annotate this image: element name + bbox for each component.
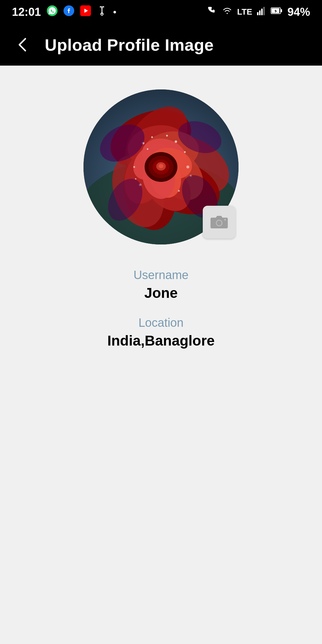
wifi-icon <box>222 6 232 18</box>
svg-rect-6 <box>103 6 104 7</box>
phone-lte-icon <box>207 6 217 18</box>
page-title: Upload Profile Image <box>45 35 214 55</box>
username-value: Jone <box>144 285 178 301</box>
location-label: Location <box>138 316 183 329</box>
main-content: Username Jone Location India,Banaglore <box>0 66 322 364</box>
svg-rect-5 <box>100 6 101 7</box>
usb-icon <box>97 6 107 18</box>
notification-dot: • <box>113 7 116 18</box>
svg-point-44 <box>178 190 180 192</box>
camera-button[interactable] <box>203 206 236 239</box>
svg-point-38 <box>159 164 163 168</box>
battery-icon <box>271 6 283 18</box>
username-label: Username <box>134 268 189 282</box>
svg-rect-11 <box>261 9 263 15</box>
svg-rect-12 <box>263 7 265 15</box>
svg-point-46 <box>133 166 135 168</box>
status-time: 12:01 <box>12 6 41 18</box>
back-button[interactable] <box>12 36 33 54</box>
svg-point-43 <box>186 165 189 168</box>
svg-point-48 <box>166 135 168 137</box>
user-info: Username Jone Location India,Banaglore <box>0 268 322 364</box>
status-right: LTE 94% <box>207 6 310 18</box>
svg-point-57 <box>224 219 226 221</box>
facebook-icon <box>64 5 74 18</box>
svg-rect-10 <box>259 10 261 15</box>
svg-point-56 <box>217 221 222 225</box>
battery-percent: 94% <box>287 6 310 18</box>
svg-point-47 <box>147 148 148 150</box>
status-left: 12:01 <box>12 5 116 18</box>
youtube-icon <box>80 5 91 18</box>
signal-icon <box>257 6 266 18</box>
camera-icon <box>209 212 230 233</box>
location-value: India,Banaglore <box>107 332 215 349</box>
lte-label: LTE <box>237 7 252 17</box>
svg-point-41 <box>175 140 177 143</box>
svg-point-40 <box>151 136 153 138</box>
svg-rect-4 <box>101 6 103 9</box>
svg-point-50 <box>135 178 137 180</box>
app-bar: Upload Profile Image <box>0 24 322 66</box>
svg-rect-14 <box>281 9 282 12</box>
whatsapp-icon <box>47 5 58 18</box>
svg-point-42 <box>184 151 186 153</box>
profile-image-container <box>83 89 239 244</box>
svg-rect-9 <box>257 12 258 15</box>
status-bar: 12:01 <box>0 0 322 24</box>
